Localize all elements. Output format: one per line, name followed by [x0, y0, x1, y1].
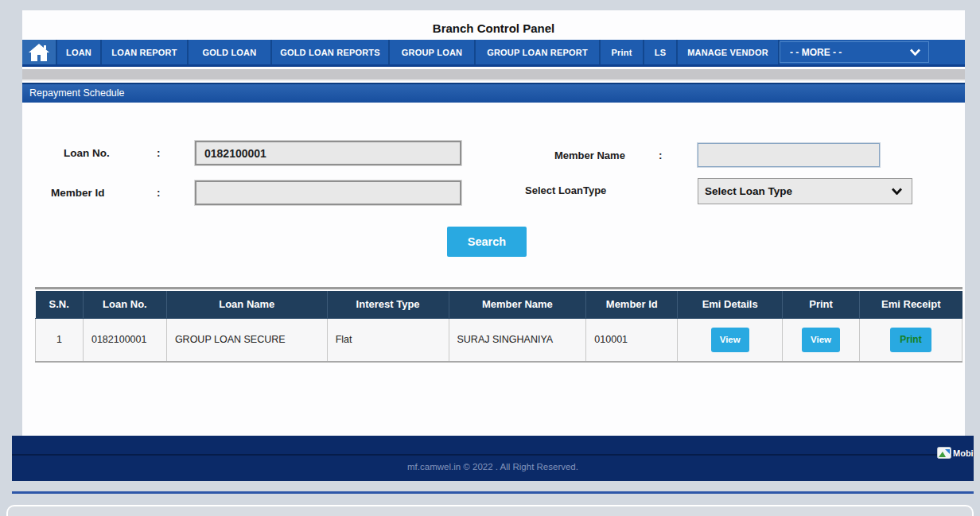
- nav-item-gold-loan-reports[interactable]: GOLD LOAN REPORTS: [272, 40, 390, 64]
- mobile-link-label: Mobi: [953, 448, 974, 458]
- cell-member-name: SURAJ SINGHANIYA: [449, 318, 586, 362]
- main-navbar: LOAN LOAN REPORT GOLD LOAN GOLD LOAN REP…: [22, 40, 965, 67]
- header-loan-name: Loan Name: [166, 291, 327, 318]
- section-header: Repayment Schedule: [22, 83, 965, 103]
- footer-divider: [12, 454, 974, 456]
- divider-strip: [22, 69, 965, 81]
- member-name-input[interactable]: [698, 143, 880, 167]
- table-header-row: S.N. Loan No. Loan Name Interest Type Me…: [36, 291, 962, 318]
- header-print: Print: [783, 291, 860, 318]
- chevron-down-icon: [910, 48, 920, 56]
- nav-item-ls[interactable]: LS: [644, 40, 678, 64]
- nav-item-group-loan-report[interactable]: GROUP LOAN REPORT: [476, 40, 601, 64]
- loan-type-label: Select LoanType: [525, 184, 606, 196]
- header-emi-receipt: Emi Receipt: [860, 291, 962, 318]
- header-member-name: Member Name: [449, 291, 586, 318]
- print-view-button[interactable]: View: [802, 328, 840, 352]
- nav-item-group-loan[interactable]: GROUP LOAN: [390, 40, 476, 64]
- header-loan-no: Loan No.: [83, 291, 166, 318]
- more-dropdown[interactable]: - - MORE - -: [780, 41, 929, 63]
- cell-sn: 1: [36, 318, 84, 362]
- search-button[interactable]: Search: [447, 227, 527, 257]
- member-name-colon: :: [659, 149, 663, 161]
- nav-item-loan[interactable]: LOAN: [57, 40, 102, 64]
- header-emi-details: Emi Details: [678, 291, 783, 318]
- home-icon: [29, 44, 49, 61]
- table-row: 1 0182100001 GROUP LOAN SECURE Flat SURA…: [36, 318, 962, 362]
- nav-home-button[interactable]: [22, 40, 57, 64]
- copyright-text: mf.camwel.in © 2022 . All Right Reserved…: [12, 462, 974, 471]
- footer-accent-line: [12, 491, 974, 494]
- loan-no-label: Loan No.: [64, 147, 110, 159]
- header-member-id: Member Id: [586, 291, 678, 318]
- cell-interest-type: Flat: [327, 318, 449, 362]
- member-id-label: Member Id: [51, 187, 105, 199]
- page-title: Branch Control Panel: [22, 21, 965, 35]
- header-interest-type: Interest Type: [327, 291, 449, 318]
- footer: mf.camwel.in © 2022 . All Right Reserved…: [12, 436, 974, 481]
- loan-no-colon: :: [157, 147, 161, 159]
- next-panel-top-edge: [6, 505, 974, 516]
- member-id-colon: :: [157, 187, 161, 199]
- more-dropdown-label: - - MORE - -: [790, 47, 842, 58]
- cell-member-id: 010001: [586, 318, 678, 362]
- nav-item-gold-loan[interactable]: GOLD LOAN: [189, 40, 272, 64]
- loan-type-select[interactable]: Select Loan Type: [698, 178, 912, 204]
- broken-image-icon: [937, 447, 951, 459]
- main-page: Branch Control Panel LOAN LOAN REPORT GO…: [22, 10, 965, 436]
- header-sn: S.N.: [36, 291, 84, 318]
- nav-item-manage-vendor[interactable]: MANAGE VENDOR: [678, 40, 780, 64]
- repayment-results-table: S.N. Loan No. Loan Name Interest Type Me…: [35, 291, 962, 363]
- member-name-label: Member Name: [554, 149, 625, 161]
- emi-details-view-button[interactable]: View: [711, 328, 749, 352]
- mobile-link[interactable]: Mobi: [937, 447, 974, 459]
- cell-loan-no: 0182100001: [83, 318, 166, 362]
- member-id-input[interactable]: [195, 180, 461, 205]
- emi-receipt-print-button[interactable]: Print: [890, 328, 931, 352]
- nav-item-loan-report[interactable]: LOAN REPORT: [102, 40, 189, 64]
- chevron-down-icon: [892, 188, 902, 195]
- table-top-border: [35, 287, 962, 289]
- loan-type-selected-value: Select Loan Type: [705, 185, 792, 197]
- loan-no-input[interactable]: [195, 141, 461, 165]
- cell-loan-name: GROUP LOAN SECURE: [166, 318, 327, 362]
- nav-item-print[interactable]: Print: [601, 40, 644, 64]
